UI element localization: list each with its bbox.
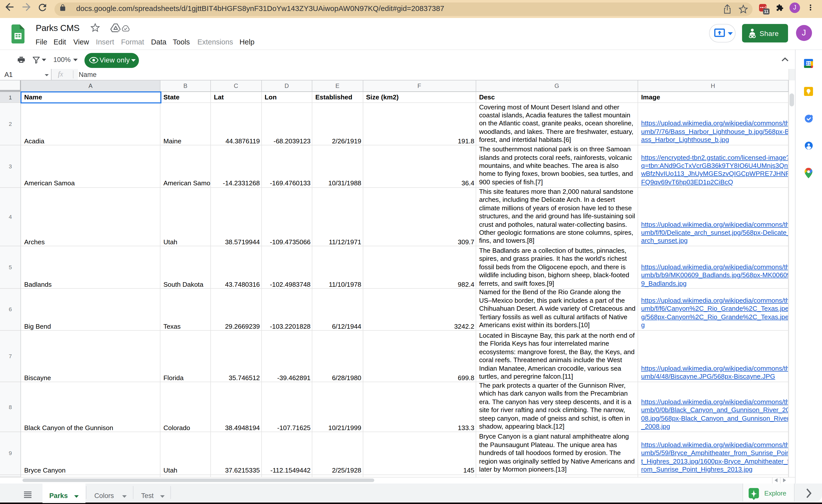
svg-text:31: 31 <box>806 61 811 66</box>
